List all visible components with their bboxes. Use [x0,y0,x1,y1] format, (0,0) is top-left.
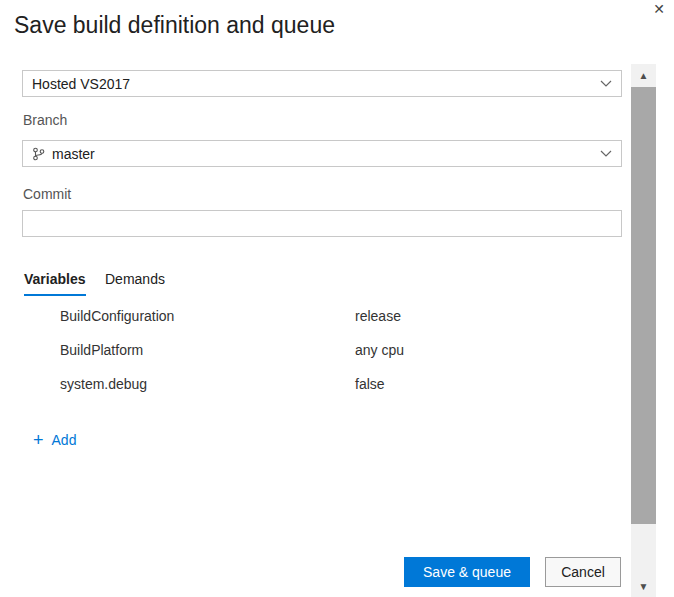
scrollbar-thumb[interactable] [631,87,656,524]
branch-dropdown[interactable]: master [22,140,622,167]
variable-row: BuildConfiguration release [0,299,622,333]
scrollbar: ▲ ▼ [631,64,656,597]
variable-row: BuildPlatform any cpu [0,333,622,367]
branch-value: master [52,146,95,162]
variable-name: BuildConfiguration [0,308,355,324]
add-variable-label: Add [52,432,77,448]
save-queue-button[interactable]: Save & queue [404,557,530,587]
variable-value[interactable]: any cpu [355,342,622,358]
commit-label: Commit [23,186,71,202]
save-build-dialog: ✕ Save build definition and queue Hosted… [0,0,674,597]
chevron-down-icon [600,80,612,87]
variable-row: system.debug false [0,367,622,401]
tab-variables[interactable]: Variables [24,271,86,296]
branch-label: Branch [23,112,67,128]
tab-demands[interactable]: Demands [105,271,165,294]
cancel-button[interactable]: Cancel [545,557,621,587]
variables-table: BuildConfiguration release BuildPlatform… [0,299,622,401]
variable-name: system.debug [0,376,355,392]
variable-name: BuildPlatform [0,342,355,358]
agent-queue-dropdown[interactable]: Hosted VS2017 [22,70,622,97]
scroll-up-button[interactable]: ▲ [631,64,656,86]
variable-value[interactable]: false [355,376,622,392]
variable-value[interactable]: release [355,308,622,324]
chevron-down-icon [600,150,612,157]
plus-icon: + [33,433,44,447]
add-variable-button[interactable]: + Add [33,432,76,448]
close-icon[interactable]: ✕ [648,0,670,20]
dialog-title: Save build definition and queue [14,12,335,39]
scroll-down-button[interactable]: ▼ [631,575,656,597]
agent-queue-value: Hosted VS2017 [32,76,130,92]
git-branch-icon [32,147,45,161]
commit-input[interactable] [22,210,622,237]
